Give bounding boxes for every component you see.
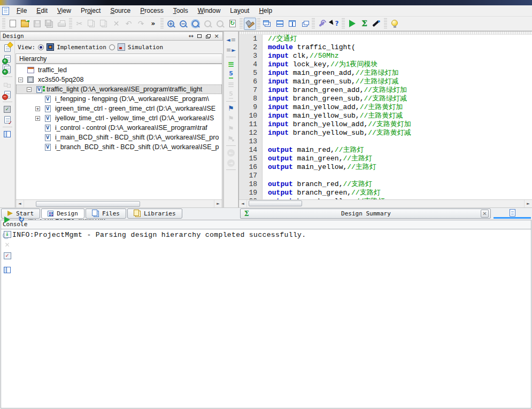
- menu-tools[interactable]: Tools: [168, 6, 193, 16]
- editor-hscrollbar[interactable]: ◄ ►: [239, 199, 532, 207]
- design-summary-tab[interactable]: Σ Design Summary ✕: [240, 209, 491, 219]
- console-info-line: INFO:ProjectMgmt - Parsing design hierar…: [12, 231, 306, 239]
- restore-windows-button[interactable]: [298, 18, 311, 30]
- design-goals-hammer-button[interactable]: [244, 18, 256, 30]
- new-source-button[interactable]: [2, 43, 13, 53]
- open-project-button[interactable]: [19, 18, 31, 30]
- shift-right-button[interactable]: [225, 45, 237, 55]
- scroll-track[interactable]: [24, 200, 214, 207]
- maximize-panel-icon[interactable]: [196, 33, 203, 40]
- goto-line-button[interactable]: [225, 69, 237, 79]
- instance-i-main-bcd-shift[interactable]: i_main_BCD_shift - BCD_shift (D:\A_worka…: [16, 133, 222, 142]
- hierarchy-hscrollbar[interactable]: ◄ ►: [16, 199, 222, 207]
- tab-files[interactable]: Files: [86, 209, 126, 219]
- project-traffic-led[interactable]: traffic_led: [16, 65, 222, 75]
- add-source-button[interactable]: [2, 53, 13, 64]
- analyzer-telescope-button[interactable]: [371, 18, 383, 30]
- intelligent-help-bulb-button[interactable]: [388, 18, 400, 30]
- code-line: 7input branch_green_add,//支路绿灯加: [239, 86, 532, 95]
- menu-view[interactable]: View: [52, 6, 76, 16]
- tile-windows-vertical-button[interactable]: [286, 18, 298, 30]
- toolbar-overflow-icon: »: [151, 20, 156, 27]
- scroll-right-icon[interactable]: ►: [214, 200, 222, 207]
- menu-process[interactable]: Process: [135, 6, 168, 16]
- zoom-full-view-icon: [192, 20, 199, 27]
- menu-source[interactable]: Source: [105, 6, 135, 16]
- simulation-radio[interactable]: [109, 44, 115, 50]
- project-settings-wrench-button[interactable]: [316, 18, 328, 30]
- highlight-lines-button[interactable]: [225, 59, 237, 69]
- toggle-columns-button[interactable]: [2, 129, 13, 140]
- zoom-out-button[interactable]: −: [177, 18, 189, 30]
- instance-igreen-time-ctrl[interactable]: +igreen_time_ctrl - green_time_ctrl (D:\…: [16, 104, 222, 113]
- source-properties-button[interactable]: [2, 114, 13, 125]
- close-summary-icon[interactable]: ✕: [481, 210, 489, 218]
- refresh-view-icon: ↻: [229, 20, 236, 27]
- instance-i-fengping[interactable]: i_fengping - fengping (D:\A_workarea\ISE…: [16, 94, 222, 104]
- scroll-thumb[interactable]: [249, 200, 302, 206]
- plus-expander-icon[interactable]: +: [35, 106, 40, 111]
- float-panel-icon[interactable]: ↔: [187, 33, 195, 40]
- libraries-tab-icon: [134, 210, 139, 216]
- refresh-view-button[interactable]: ↻: [226, 18, 238, 30]
- code-line: 3input clk,//50Mhz: [239, 52, 532, 60]
- restore-panel-icon[interactable]: [204, 33, 212, 40]
- plus-expander-icon[interactable]: +: [35, 116, 40, 121]
- module-traffic-light[interactable]: −traffic_light (D:\A_workarea\ISE_progra…: [16, 84, 222, 94]
- zoom-full-view-button[interactable]: [189, 18, 202, 30]
- minus-expander-icon[interactable]: −: [18, 78, 23, 82]
- verilog-icon: [43, 96, 52, 103]
- menu-edit[interactable]: Edit: [32, 6, 52, 16]
- simulation-label: Simulation: [128, 44, 163, 51]
- scroll-track[interactable]: [247, 200, 524, 207]
- instance-i-branch-bcd-shift[interactable]: i_branch_BCD_shift - BCD_shift (D:\A_wor…: [16, 142, 222, 152]
- cut-button: ✂: [73, 18, 86, 30]
- line-number: 6: [239, 78, 263, 86]
- design-summary-button[interactable]: Σ: [358, 18, 371, 30]
- instance-i-control[interactable]: i_control - control (D:\A_workarea\ISE_p…: [16, 123, 222, 133]
- tab-libraries[interactable]: Libraries: [127, 209, 182, 219]
- code-line: 1//交通灯: [239, 35, 532, 43]
- design-panel-title: Design: [3, 33, 186, 40]
- instance-iyellow-time-ctrl[interactable]: +iyellow_time_ctrl - yellow_time_ctrl (D…: [16, 113, 222, 123]
- child-window-icon[interactable]: [2, 7, 9, 15]
- code-area[interactable]: 1//交通灯2module traffic_light(3input clk,/…: [239, 35, 532, 199]
- source-editor[interactable]: 1//交通灯2module traffic_light(3input clk,/…: [238, 32, 532, 207]
- menu-window[interactable]: Window: [193, 6, 226, 16]
- console-output: i INFO:ProjectMgmt - Parsing design hier…: [1, 229, 531, 409]
- implementation-radio[interactable]: [38, 44, 44, 50]
- zoom-default-icon: [217, 20, 223, 27]
- toggle-bookmark-button[interactable]: [225, 103, 237, 113]
- whats-this-help-button[interactable]: ?: [328, 18, 341, 30]
- cascade-windows-button[interactable]: [261, 18, 274, 30]
- device-xc3s50-5pq208[interactable]: −xc3s50-5pq208: [16, 75, 222, 84]
- scroll-thumb[interactable]: [36, 201, 140, 207]
- menu-project[interactable]: Project: [76, 6, 105, 16]
- files-tab-icon: [92, 210, 97, 216]
- tile-windows-vertical-icon: [289, 20, 296, 27]
- active-document-tab[interactable]: [494, 209, 531, 219]
- menu-help[interactable]: Help: [254, 6, 277, 16]
- close-panel-icon[interactable]: ×: [213, 33, 220, 40]
- remove-source-icon: [4, 91, 11, 98]
- minus-expander-icon[interactable]: −: [27, 87, 32, 92]
- new-file-button[interactable]: [6, 18, 19, 30]
- implementation-label: Implementation: [57, 44, 106, 51]
- menu-layout[interactable]: Layout: [225, 6, 254, 16]
- zoom-in-button[interactable]: +: [165, 18, 177, 30]
- verilog-icon: [43, 134, 52, 141]
- menu-file[interactable]: File: [12, 6, 32, 16]
- scroll-left-icon[interactable]: ◄: [16, 200, 24, 207]
- toolbar-overflow-button[interactable]: »: [147, 18, 159, 30]
- add-copy-of-source-button[interactable]: [2, 64, 13, 75]
- zoom-in-icon: +: [167, 20, 174, 27]
- shift-left-button[interactable]: [225, 35, 237, 45]
- design-properties-button[interactable]: [2, 104, 13, 114]
- tab-design[interactable]: Design: [41, 209, 84, 219]
- scroll-left-icon[interactable]: ◄: [239, 200, 247, 207]
- line-number: 16: [239, 163, 263, 172]
- tile-windows-horizontal-button[interactable]: [274, 18, 286, 30]
- remove-source-button[interactable]: [2, 89, 13, 100]
- scroll-right-icon[interactable]: ►: [524, 200, 532, 207]
- run-process-button[interactable]: [346, 18, 358, 30]
